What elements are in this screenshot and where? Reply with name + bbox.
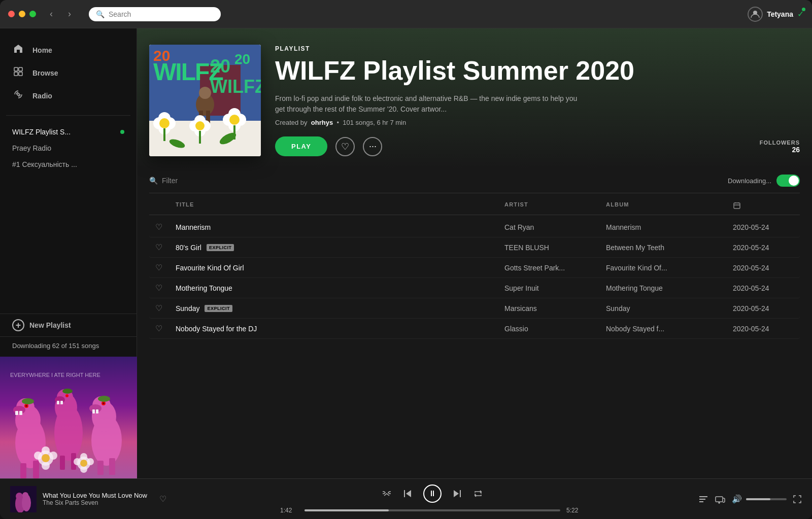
table-row[interactable]: ♡ Sunday EXPLICIT Marsicans Sunday 2020-… [149,298,800,319]
volume-bar[interactable] [746,498,787,500]
song-title-cell: 80's Girl EXPLICIT [176,244,504,252]
svg-point-36 [89,404,101,412]
svg-rect-15 [20,463,26,478]
song-title-cell: Sunday EXPLICIT [176,304,504,313]
svg-rect-92 [716,497,723,502]
song-artist: TEEN BLUSH [504,244,606,252]
download-toggle-area: Downloading... [728,175,800,187]
svg-point-48 [80,466,87,473]
song-artist: Super Inuit [504,284,606,292]
np-artist-name: The Six Parts Seven [43,499,147,506]
song-album: Mothering Tongue [606,284,733,292]
plus-icon: + [12,319,24,331]
song-title: Mothering Tongue [176,284,232,292]
svg-point-93 [719,502,720,503]
col-header-artist[interactable]: ARTIST [504,201,606,211]
col-header-heart [155,201,176,211]
downloading-label: Downloading... [728,177,771,185]
svg-rect-89 [699,496,707,497]
playlist-title: WILFZ Playlist Summer 2020 [275,56,800,85]
song-album: Favourite Kind Of... [606,264,733,272]
svg-point-45 [80,453,87,460]
svg-rect-83 [734,203,740,209]
table-header: TITLE ARTIST ALBUM [149,197,800,215]
queue-button[interactable] [698,494,708,504]
svg-point-31 [42,462,50,470]
search-bar[interactable]: 🔍 [89,7,221,21]
cover-art: WILFZ 20 WILFZ 20 20 [149,45,261,156]
song-date: 2020-05-24 [733,264,794,272]
devices-button[interactable] [715,494,726,505]
table-row[interactable]: ♡ Mannerism Cat Ryan Mannerism 2020-05-2… [149,217,800,237]
maximize-button[interactable] [29,11,36,17]
song-heart-button[interactable]: ♡ [155,222,176,232]
new-playlist-button[interactable]: + New Playlist [0,314,137,336]
svg-rect-2 [19,67,22,71]
song-heart-button[interactable]: ♡ [155,324,176,333]
col-header-title[interactable]: TITLE [176,201,504,211]
progress-fill [304,509,389,511]
followers-area: FOLLOWERS 26 [760,140,800,154]
svg-rect-42 [97,461,104,475]
song-heart-button[interactable]: ♡ [155,283,176,293]
prev-button[interactable] [402,488,413,499]
play-button[interactable]: PLAY [275,136,327,156]
title-bar: ‹ › 🔍 Tetyana ✓ [0,0,812,28]
user-name: Tetyana [767,10,793,18]
progress-row: 1:42 5:22 [280,507,585,514]
progress-bar[interactable] [304,509,560,511]
song-album: Sunday [606,304,733,313]
right-controls: 🔊 [698,494,802,505]
sidebar-item-top1[interactable]: #1 Сексуальність ... [6,156,130,172]
song-heart-button[interactable]: ♡ [155,263,176,272]
sidebar-album-art: EVERYWHERE I ATE RIGHT HERE [0,357,137,478]
song-title: Mannerism [176,223,211,231]
sidebar-item-home[interactable]: Home [6,39,130,61]
svg-text:EVERYWHERE I ATE RIGHT HERE: EVERYWHERE I ATE RIGHT HERE [10,372,100,378]
table-row[interactable]: ♡ Mothering Tongue Super Inuit Mothering… [149,278,800,298]
close-button[interactable] [8,11,15,17]
col-header-date[interactable] [733,201,794,211]
search-input[interactable] [109,10,214,18]
fullscreen-button[interactable] [793,495,802,504]
col-header-album[interactable]: ALBUM [606,201,733,211]
song-album: Nobody Stayed f... [606,325,733,333]
sidebar-browse-label: Browse [32,69,58,77]
svg-rect-37 [92,409,95,413]
filter-placeholder: Filter [162,177,178,185]
playlist-header: WILFZ 20 WILFZ 20 20 [137,28,812,168]
song-title-cell: Mothering Tongue [176,284,504,292]
sidebar: Home Browse Radio WILFZ [0,28,137,478]
minimize-button[interactable] [19,11,25,17]
sidebar-item-browse[interactable]: Browse [6,61,130,84]
sidebar-item-radio[interactable]: Radio [6,84,130,107]
radio-icon [12,89,24,102]
filter-input-wrap[interactable]: 🔍 Filter [149,177,178,185]
pause-button[interactable]: ⏸ [423,485,442,503]
like-button[interactable]: ♡ [335,137,355,156]
download-toggle[interactable] [776,175,800,187]
song-heart-button[interactable]: ♡ [155,243,176,252]
sidebar-item-wilfz[interactable]: WILFZ Playlist S... [6,124,130,140]
np-track-name: What You Love You Must Love Now [43,492,147,499]
table-row[interactable]: ♡ Favourite Kind Of Girl Gotts Street Pa… [149,258,800,278]
table-row[interactable]: ♡ Nobody Stayed for the DJ Glassio Nobod… [149,319,800,339]
avatar[interactable] [748,7,763,22]
table-row[interactable]: ♡ 80's Girl EXPLICIT TEEN BLUSH Between … [149,237,800,258]
browse-icon [12,66,24,79]
shuffle-button[interactable] [382,489,392,499]
next-button[interactable] [452,488,463,499]
back-button[interactable]: ‹ [44,7,58,21]
song-heart-button[interactable]: ♡ [155,303,176,313]
forward-button[interactable]: › [62,7,77,21]
volume-icon[interactable]: 🔊 [732,494,742,504]
song-album: Between My Teeth [606,244,733,252]
repeat-button[interactable] [473,489,483,499]
download-status: Downloading 62 of 151 songs [0,336,137,357]
svg-point-5 [17,93,19,95]
np-heart-button[interactable]: ♡ [159,494,166,504]
sidebar-item-praey[interactable]: Praey Radio [6,140,130,156]
svg-rect-68 [163,128,165,141]
svg-point-87 [16,493,23,500]
more-button[interactable]: ··· [363,137,382,156]
